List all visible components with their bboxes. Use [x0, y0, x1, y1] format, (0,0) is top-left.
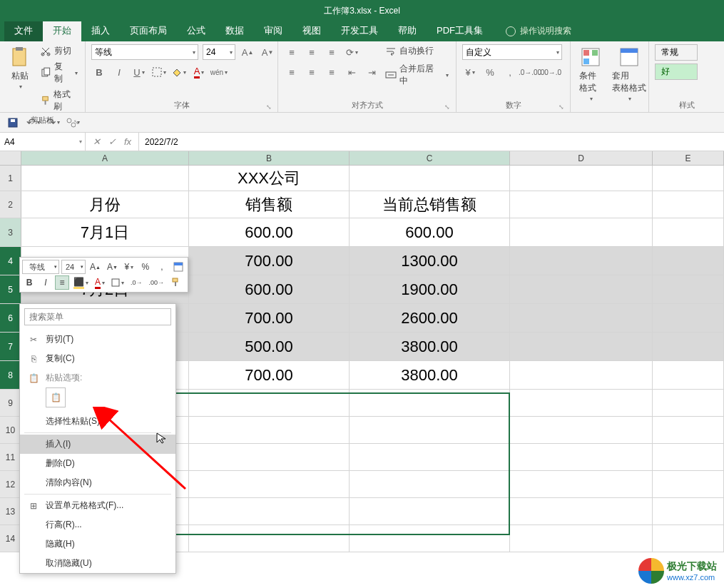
- cell-c7[interactable]: 3800.00: [350, 333, 510, 360]
- row-header-13[interactable]: 13: [0, 498, 21, 524]
- align-bottom-button[interactable]: ≡: [324, 44, 340, 60]
- tab-home[interactable]: 开始: [43, 20, 81, 41]
- font-launcher[interactable]: ⤡: [266, 103, 272, 111]
- increase-font-button[interactable]: A▲: [240, 44, 255, 60]
- row-header-3[interactable]: 3: [0, 218, 21, 246]
- cell-e5[interactable]: [653, 275, 724, 303]
- row-header-11[interactable]: 11: [0, 444, 21, 470]
- mini-fill-color[interactable]: ⬛▾: [71, 275, 91, 290]
- name-box[interactable]: A4▾: [0, 133, 86, 151]
- cell-e7[interactable]: [653, 333, 724, 360]
- mini-comma[interactable]: ,: [155, 260, 169, 274]
- cell-a3[interactable]: 7月1日: [21, 218, 189, 246]
- align-launcher[interactable]: ⤡: [444, 103, 450, 111]
- menu-insert[interactable]: 插入(I): [20, 435, 175, 454]
- merge-center-button[interactable]: 合并后居中▾: [384, 62, 450, 88]
- font-color-button[interactable]: A▾: [191, 64, 207, 80]
- mini-format-table[interactable]: [171, 260, 185, 274]
- tab-help[interactable]: 帮助: [388, 20, 427, 41]
- cell-d5[interactable]: [510, 275, 653, 303]
- cell-e8[interactable]: [653, 361, 724, 389]
- row-header-7[interactable]: 7: [0, 333, 21, 360]
- col-header-c[interactable]: C: [350, 151, 510, 165]
- menu-delete[interactable]: 删除(D): [20, 454, 175, 473]
- cell-d6[interactable]: [510, 304, 653, 332]
- mini-font-color[interactable]: A▾: [93, 275, 107, 290]
- cut-button[interactable]: 剪切: [39, 44, 79, 58]
- conditional-format-button[interactable]: 条件格式▾: [576, 44, 605, 103]
- align-top-button[interactable]: ≡: [284, 44, 300, 60]
- mini-bold[interactable]: B: [22, 275, 36, 290]
- menu-row-height[interactable]: 行高(R)...: [20, 515, 175, 534]
- mini-dec-decimal[interactable]: .00→: [147, 275, 167, 290]
- col-header-e[interactable]: E: [653, 151, 724, 165]
- percent-button[interactable]: %: [482, 64, 498, 80]
- menu-cut[interactable]: ✂剪切(T): [20, 330, 175, 349]
- mini-format-painter[interactable]: [168, 275, 183, 290]
- paste-button[interactable]: 粘贴▾: [6, 44, 34, 91]
- cell-d3[interactable]: [510, 218, 653, 246]
- increase-indent-button[interactable]: ⇥: [364, 64, 379, 80]
- wrap-text-button[interactable]: 自动换行: [384, 44, 450, 58]
- align-right-button[interactable]: ≡: [324, 64, 340, 80]
- row-header-10[interactable]: 10: [0, 417, 21, 443]
- mini-increase-font[interactable]: A▲: [88, 260, 103, 274]
- decrease-decimal-button[interactable]: .00→.0: [542, 64, 558, 80]
- mini-decrease-font[interactable]: A▼: [105, 260, 120, 274]
- style-good[interactable]: 好: [655, 64, 698, 80]
- orientation-button[interactable]: ⟳▾: [344, 44, 360, 60]
- align-left-button[interactable]: ≡: [284, 64, 300, 80]
- cell-c5[interactable]: 1900.00: [350, 275, 510, 303]
- copy-button[interactable]: 复制▾: [39, 60, 79, 86]
- row-header-4[interactable]: 4: [0, 247, 21, 275]
- col-header-b[interactable]: B: [189, 151, 350, 165]
- mini-font-combo[interactable]: 等线▾: [22, 260, 59, 274]
- cell-e2[interactable]: [653, 191, 724, 218]
- cell-b8[interactable]: 700.00: [189, 361, 350, 389]
- underline-button[interactable]: U▾: [131, 64, 147, 80]
- decrease-font-button[interactable]: A▼: [260, 44, 275, 60]
- cell-e1[interactable]: [653, 166, 724, 191]
- mini-align-center[interactable]: ≡: [55, 275, 69, 290]
- tab-view[interactable]: 视图: [292, 20, 331, 41]
- menu-paste-special[interactable]: 选择性粘贴(S)...: [20, 412, 175, 431]
- cell-b1[interactable]: XXX公司: [189, 166, 350, 191]
- tab-page-layout[interactable]: 页面布局: [120, 20, 177, 41]
- cell-c4[interactable]: 1300.00: [350, 247, 510, 275]
- cell-e3[interactable]: [653, 218, 724, 246]
- menu-format-cells[interactable]: ⊞设置单元格格式(F)...: [20, 496, 175, 515]
- cell-b3[interactable]: 600.00: [189, 218, 350, 246]
- font-size-combo[interactable]: 24▾: [203, 44, 235, 60]
- tab-developer[interactable]: 开发工具: [331, 20, 388, 41]
- number-format-combo[interactable]: 自定义▾: [462, 44, 562, 60]
- cell-a1[interactable]: [21, 166, 189, 191]
- col-header-a[interactable]: A: [21, 151, 189, 165]
- row-header-2[interactable]: 2: [0, 191, 21, 218]
- cell-d7[interactable]: [510, 333, 653, 360]
- cell-c6[interactable]: 2600.00: [350, 304, 510, 332]
- comma-button[interactable]: ,: [502, 64, 518, 80]
- row-header-6[interactable]: 6: [0, 304, 21, 332]
- fx-button[interactable]: fx: [121, 136, 134, 147]
- decrease-indent-button[interactable]: ⇤: [344, 64, 360, 80]
- cell-d4[interactable]: [510, 247, 653, 275]
- formula-input[interactable]: 2022/7/2: [139, 137, 724, 147]
- tab-review[interactable]: 审阅: [254, 20, 292, 41]
- cell-c3[interactable]: 600.00: [350, 218, 510, 246]
- paste-option-default[interactable]: 📋: [46, 387, 66, 407]
- cell-c8[interactable]: 3800.00: [350, 361, 510, 389]
- currency-button[interactable]: ¥▾: [462, 64, 478, 80]
- format-painter-button[interactable]: 格式刷: [39, 88, 79, 113]
- row-header-12[interactable]: 12: [0, 471, 21, 497]
- tab-pdf-tools[interactable]: PDF工具集: [427, 20, 493, 41]
- cell-d8[interactable]: [510, 361, 653, 389]
- mini-italic[interactable]: I: [39, 275, 53, 290]
- mini-border[interactable]: ▾: [109, 275, 126, 290]
- style-normal[interactable]: 常规: [655, 44, 698, 61]
- cell-b6[interactable]: 700.00: [189, 304, 350, 332]
- phonetic-button[interactable]: wén▾: [211, 64, 227, 80]
- row-header-14[interactable]: 14: [0, 525, 21, 552]
- tell-me[interactable]: 操作说明搜索: [506, 25, 571, 41]
- tab-formulas[interactable]: 公式: [177, 20, 215, 41]
- row-header-9[interactable]: 9: [0, 390, 21, 416]
